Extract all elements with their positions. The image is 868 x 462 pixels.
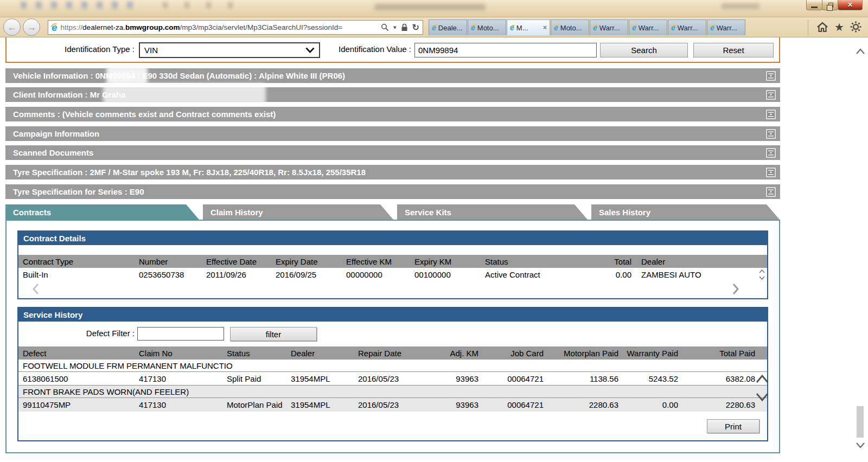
blurred-title-extra [722,3,760,9]
redaction-overlay [106,66,148,85]
identification-search-form: Identification Type : VIN Identification… [5,37,780,63]
reset-button[interactable]: Reset [693,43,774,57]
ie-icon: e [671,24,675,31]
forward-button[interactable]: → [23,18,40,36]
page-content: Identification Type : VIN Identification… [0,37,868,462]
print-button[interactable]: Print [707,419,760,433]
service-history-panel: Service History Defect Filter : filter D… [17,307,768,441]
blurred-window-title [374,4,486,10]
rows-scroll-down-icon[interactable] [755,392,769,402]
browser-tab[interactable]: eWarr... [707,20,745,35]
browser-tabstrip: eDeale... eMoto... eM...× eMoto... eWarr… [429,20,746,35]
ie-icon: e [710,24,714,31]
scrollbar-down-icon[interactable] [856,442,865,448]
contracts-tab-panel: Contract Details Contract Type Number Ef… [5,220,780,453]
identification-value-label: Identification Value : [282,44,411,54]
tab-close-icon[interactable]: × [543,24,547,31]
browser-tab[interactable]: eWarr... [629,20,667,35]
restore-icon [828,3,833,8]
browser-tab[interactable]: eDeale... [429,20,467,35]
ie-icon: e [471,24,475,31]
page-tabs: Contracts Claim History Service Kits Sal… [5,204,780,220]
expand-icon[interactable] [766,187,776,197]
section-scanned-documents[interactable]: Scanned Documents [5,145,780,160]
expand-icon[interactable] [766,148,776,158]
service-history-title: Service History [18,308,767,322]
minimize-button[interactable] [806,0,822,10]
ie-icon: e [52,22,58,33]
section-comments[interactable]: Comments : (Vehicle comments exist and C… [5,107,780,121]
settings-gear-icon[interactable] [850,21,861,33]
tab-claim-history[interactable]: Claim History [203,204,393,220]
browser-tab[interactable]: eWarr... [668,20,706,35]
scroll-right-icon[interactable] [731,283,740,295]
browser-tab[interactable]: eWarr... [590,20,628,35]
defect-filter-input[interactable] [137,327,224,341]
section-tyre-specification[interactable]: Tyre Specification : 2MF / M-Star spoke … [5,165,780,179]
section-client-information[interactable]: Client Information : Mr Graha [5,87,780,102]
scroll-up-icon[interactable] [759,270,765,273]
ie-icon: e [510,24,514,31]
close-icon: ✕ [847,1,853,9]
browser-tab[interactable]: eMoto... [551,20,589,35]
page-scrollbar[interactable] [854,48,867,450]
tab-service-kits[interactable]: Service Kits [397,204,588,220]
section-vehicle-information[interactable]: Vehicle Information : 0NM99894 : E90 330… [5,68,780,83]
browser-tab-active[interactable]: eM...× [507,20,550,35]
redaction-overlay [103,84,266,104]
restore-button[interactable] [822,0,838,10]
expand-icon[interactable] [766,129,776,139]
scroll-left-icon[interactable] [31,283,40,295]
search-button[interactable]: Search [600,43,688,57]
expand-icon[interactable] [766,168,776,177]
contract-details-header-row: Contract Type Number Effective Date Expi… [18,255,767,268]
scrollbar-up-icon[interactable] [856,48,865,55]
refresh-icon[interactable]: ↻ [412,22,419,33]
service-history-row[interactable]: 99110475MP 417130 MotorPlan Paid 31954MP… [18,398,767,412]
section-campaign-information[interactable]: Campaign Information [5,126,780,141]
minimize-icon [811,7,818,8]
home-icon[interactable] [816,22,828,33]
service-history-row[interactable]: 6138061500 417130 Split Paid 31954MPL 20… [18,372,767,386]
identification-value-input[interactable] [414,43,597,57]
contract-row[interactable]: Built-In 0253650738 2011/09/26 2016/09/2… [18,268,767,281]
expand-icon[interactable] [766,110,776,119]
address-bar[interactable]: e https://dealernet-za.bmwgroup.com/mp3/… [48,20,423,35]
ie-icon: e [593,24,597,31]
defect-filter-label: Defect Filter : [18,329,135,338]
url-text: https://dealernet-za.bmwgroup.com/mp3/mp… [61,23,379,31]
expand-icon[interactable] [766,90,776,100]
expand-icon[interactable] [766,71,776,81]
defect-description-row: FOOTWELL MODULE FRM PERMANENT MALFUNCTIO [18,360,767,372]
contract-details-title: Contract Details [18,232,767,245]
filter-button[interactable]: filter [230,327,317,341]
ie-icon: e [432,24,436,31]
blurred-toolbar-icons [163,2,244,8]
contract-scrollbar[interactable] [759,270,765,280]
search-icon[interactable] [381,23,389,31]
section-tyre-specification-series[interactable]: Tyre Specification for Series : E90 [5,184,780,199]
forward-icon: → [27,22,36,33]
scroll-down-icon[interactable] [759,276,765,280]
address-dropdown-icon[interactable]: ▾ [393,24,397,31]
scrollbar-thumb[interactable] [857,406,864,438]
identification-type-label: Identification Type : [7,44,135,54]
browser-tab[interactable]: eMoto... [468,20,506,35]
contract-details-panel: Contract Details Contract Type Number Ef… [17,230,768,299]
divider [808,20,808,35]
ie-icon: e [632,24,636,31]
rows-scroll-up-icon[interactable] [755,374,769,384]
back-button[interactable]: ← [3,18,21,36]
tab-contracts[interactable]: Contracts [5,204,199,220]
favorites-star-icon[interactable]: ★ [834,22,844,33]
blurred-toolbar-icons [21,2,137,9]
tab-sales-history[interactable]: Sales History [591,204,780,220]
close-button[interactable]: ✕ [838,0,863,10]
browser-navbar: ← → e https://dealernet-za.bmwgroup.com/… [0,17,868,37]
lock-icon [401,23,408,31]
window-titlebar: ✕ [0,0,868,17]
ie-icon: e [554,24,558,31]
back-icon: ← [7,22,17,33]
defect-description-row: FRONT BRAKE PADS WORN(AND FEELER) [18,386,767,398]
select-value: VIN [144,46,158,55]
